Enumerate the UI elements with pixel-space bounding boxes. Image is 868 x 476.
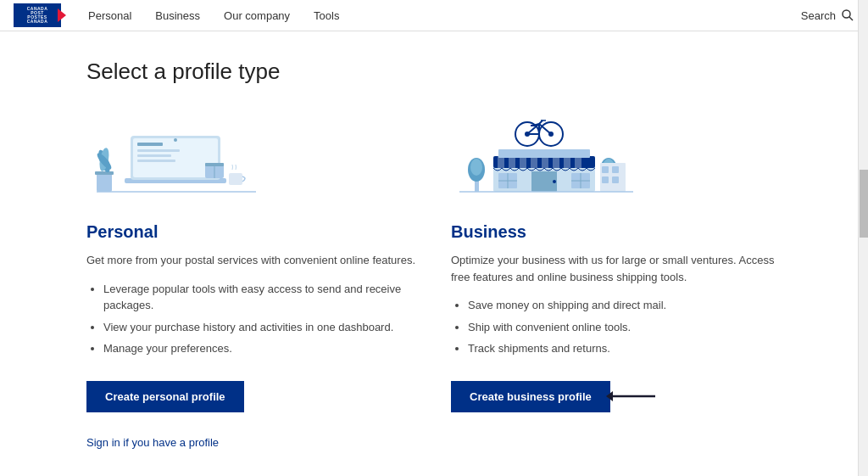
search-button[interactable]: Search	[801, 8, 854, 22]
nav-links: Personal Business Our company Tools	[88, 9, 801, 22]
svg-point-49	[553, 180, 556, 183]
svg-rect-13	[137, 160, 175, 162]
create-personal-profile-button[interactable]: Create personal profile	[86, 381, 244, 412]
nav-our-company[interactable]: Our company	[224, 9, 290, 22]
business-feature-2: Ship with convenient online tools.	[468, 319, 782, 336]
sign-in-section: Sign in if you have a profile	[86, 436, 782, 449]
personal-features-list: Leverage popular tools with easy access …	[86, 281, 417, 357]
svg-rect-3	[95, 171, 114, 175]
svg-rect-11	[137, 149, 180, 152]
svg-rect-12	[137, 154, 171, 157]
svg-rect-58	[602, 166, 609, 173]
svg-rect-40	[564, 156, 570, 168]
personal-description: Get more from your postal services with …	[86, 252, 417, 269]
main-content: Select a profile type	[53, 31, 815, 476]
main-nav: CANADA POST POSTES CANADA Personal Busin…	[0, 0, 868, 31]
svg-rect-18	[229, 173, 242, 185]
svg-point-14	[174, 138, 177, 142]
nav-personal[interactable]: Personal	[88, 9, 131, 22]
create-business-profile-button[interactable]: Create business profile	[451, 381, 610, 412]
svg-rect-2	[97, 173, 112, 192]
arrow-indicator-icon	[606, 386, 657, 406]
svg-rect-36	[520, 156, 526, 168]
personal-svg	[86, 112, 256, 205]
business-illustration	[451, 112, 782, 205]
svg-point-53	[470, 159, 482, 176]
nav-tools[interactable]: Tools	[314, 9, 339, 22]
business-button-wrapper: Create business profile	[451, 381, 610, 412]
personal-feature-1: Leverage popular tools with easy access …	[103, 281, 417, 314]
profiles-grid: Personal Get more from your postal servi…	[86, 112, 782, 412]
svg-rect-35	[509, 156, 515, 168]
personal-feature-3: Manage your preferences.	[103, 340, 417, 357]
svg-rect-59	[612, 166, 619, 173]
personal-title: Personal	[86, 222, 417, 242]
svg-rect-37	[531, 156, 537, 168]
personal-profile-card: Personal Get more from your postal servi…	[86, 112, 417, 412]
svg-rect-50	[498, 149, 590, 158]
svg-rect-34	[498, 156, 504, 168]
search-label: Search	[801, 9, 836, 22]
business-profile-card: Business Optimize your business with us …	[451, 112, 782, 412]
svg-rect-41	[575, 156, 581, 168]
svg-point-0	[843, 10, 850, 18]
svg-rect-38	[542, 156, 548, 168]
svg-rect-61	[612, 176, 619, 183]
search-icon	[841, 8, 854, 22]
svg-rect-16	[205, 163, 224, 166]
business-description: Optimize your business with us for large…	[451, 252, 782, 285]
personal-feature-2: View your purchase history and activitie…	[103, 319, 417, 336]
business-svg	[451, 112, 637, 205]
svg-marker-64	[606, 391, 613, 401]
svg-line-1	[849, 17, 853, 20]
svg-rect-39	[553, 156, 559, 168]
page-title: Select a profile type	[86, 59, 782, 85]
sign-in-link[interactable]: Sign in if you have a profile	[86, 436, 219, 449]
canada-post-logo[interactable]: CANADA POST POSTES CANADA	[14, 3, 61, 27]
svg-rect-10	[137, 143, 163, 146]
business-title: Business	[451, 222, 782, 242]
business-feature-3: Track shipments and returns.	[468, 340, 782, 357]
scrollbar[interactable]	[858, 0, 868, 476]
svg-rect-60	[602, 176, 609, 183]
nav-business[interactable]: Business	[155, 9, 200, 22]
business-features-list: Save money on shipping and direct mail. …	[451, 297, 782, 357]
business-feature-1: Save money on shipping and direct mail.	[468, 297, 782, 314]
scrollbar-thumb[interactable]	[860, 170, 868, 238]
personal-illustration	[86, 112, 417, 205]
